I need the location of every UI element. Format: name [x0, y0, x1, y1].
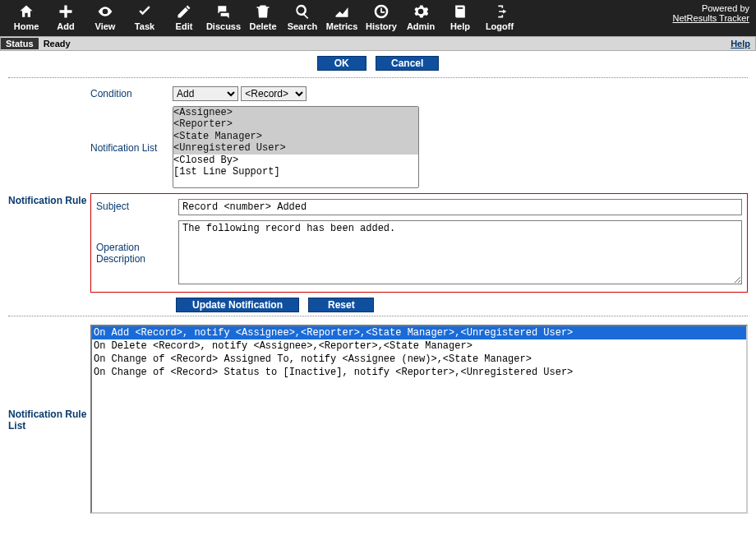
- chat-icon: [215, 3, 232, 20]
- view-label: View: [95, 21, 116, 31]
- edit-button[interactable]: Edit: [164, 3, 204, 31]
- history-button[interactable]: History: [362, 3, 401, 31]
- action-button-row: Update Notification Reset: [173, 298, 748, 312]
- section-label-rule-list: Notification Rule List: [8, 407, 90, 432]
- divider: [8, 77, 748, 78]
- discuss-label: Discuss: [206, 21, 241, 31]
- delete-button[interactable]: Delete: [243, 3, 283, 31]
- condition-action-select[interactable]: Add: [173, 86, 238, 101]
- rule-list[interactable]: On Add <Record>, notify <Assignee>,<Repo…: [90, 325, 748, 514]
- task-label: Task: [135, 21, 154, 31]
- notification-rule-list-section: Notification Rule List On Add <Record>, …: [8, 325, 748, 514]
- notification-list-option[interactable]: [1st Line Support]: [173, 166, 418, 178]
- edit-label: Edit: [176, 21, 193, 31]
- check-icon: [136, 3, 153, 20]
- subject-input[interactable]: [178, 199, 742, 215]
- notification-list-select[interactable]: <Assignee><Reporter><State Manager><Unre…: [173, 106, 419, 188]
- notification-list-option[interactable]: <Assignee>: [173, 107, 418, 118]
- notification-list-option[interactable]: <Reporter>: [173, 118, 418, 130]
- subject-label: Subject: [96, 199, 178, 212]
- gear-icon: [413, 3, 429, 20]
- task-button[interactable]: Task: [125, 3, 164, 31]
- help-label: Help: [450, 21, 470, 31]
- eye-icon: [97, 3, 113, 20]
- update-notification-button[interactable]: Update Notification: [176, 298, 299, 312]
- condition-label: Condition: [90, 86, 173, 99]
- history-label: History: [366, 21, 397, 31]
- book-icon: [452, 3, 468, 20]
- trash-icon: [255, 3, 271, 20]
- search-label: Search: [288, 21, 318, 31]
- rule-list-item[interactable]: On Delete <Record>, notify <Assignee>,<R…: [92, 339, 746, 353]
- ok-button[interactable]: OK: [317, 56, 366, 71]
- rule-list-item[interactable]: On Add <Record>, notify <Assignee>,<Repo…: [92, 326, 746, 339]
- content: OK Cancel Notification Rule Condition Ad…: [0, 51, 756, 522]
- powered-by-text: Powered by: [672, 3, 749, 13]
- search-icon: [294, 3, 311, 20]
- section-label-rule: Notification Rule: [8, 193, 90, 206]
- rule-list-item[interactable]: On Change of <Record> Assigned To, notif…: [92, 353, 746, 366]
- admin-button[interactable]: Admin: [401, 3, 440, 31]
- notification-list-option[interactable]: <Closed By>: [173, 155, 418, 166]
- toolbar-items: Home Add View Task Edit Discuss Delete: [7, 3, 519, 31]
- logoff-label: Logoff: [486, 21, 514, 31]
- condition-target-select[interactable]: <Record>: [241, 86, 307, 101]
- metrics-label: Metrics: [326, 21, 358, 31]
- add-button[interactable]: Add: [46, 3, 85, 31]
- help-button[interactable]: Help: [440, 3, 480, 31]
- cancel-button[interactable]: Cancel: [376, 56, 439, 71]
- status-caption: Status: [1, 38, 39, 49]
- view-button[interactable]: View: [85, 3, 125, 31]
- logout-icon: [491, 3, 508, 20]
- toolbar-branding: Powered by NetResults Tracker: [672, 3, 749, 23]
- admin-label: Admin: [407, 21, 435, 31]
- notification-list-label: Notification List: [90, 141, 173, 154]
- metrics-button[interactable]: Metrics: [322, 3, 362, 31]
- home-icon: [18, 3, 35, 20]
- top-button-row: OK Cancel: [8, 56, 748, 71]
- notification-list-row: Notification List <Assignee><Reporter><S…: [90, 106, 748, 188]
- plus-icon: [58, 3, 74, 20]
- clock-icon: [373, 3, 390, 20]
- home-button[interactable]: Home: [7, 3, 46, 31]
- rule-list-item[interactable]: On Change of <Record> Status to [Inactiv…: [92, 366, 746, 379]
- pencil-icon: [176, 3, 192, 20]
- home-label: Home: [14, 21, 39, 31]
- notification-rule-section: Notification Rule Condition Add <Record>…: [8, 86, 748, 312]
- product-link[interactable]: NetResults Tracker: [672, 13, 749, 23]
- chart-icon: [334, 3, 350, 20]
- add-label: Add: [57, 21, 74, 31]
- divider: [8, 316, 748, 316]
- delete-label: Delete: [249, 21, 276, 31]
- operation-description-textarea[interactable]: [178, 220, 742, 284]
- search-button[interactable]: Search: [283, 3, 322, 31]
- notification-list-option[interactable]: <Unregistered User>: [173, 142, 418, 154]
- discuss-button[interactable]: Discuss: [204, 3, 243, 31]
- notification-list-option[interactable]: <State Manager>: [173, 131, 418, 142]
- status-bar: Status Ready Help: [0, 36, 756, 51]
- opdesc-label: Operation Description: [96, 240, 178, 265]
- logoff-button[interactable]: Logoff: [480, 3, 519, 31]
- main-toolbar: Home Add View Task Edit Discuss Delete: [0, 0, 756, 36]
- condition-row: Condition Add <Record>: [90, 86, 748, 101]
- highlight-box: Subject Operation Description: [90, 193, 748, 293]
- reset-button[interactable]: Reset: [308, 298, 374, 312]
- help-link[interactable]: Help: [731, 39, 755, 48]
- status-value: Ready: [39, 38, 76, 49]
